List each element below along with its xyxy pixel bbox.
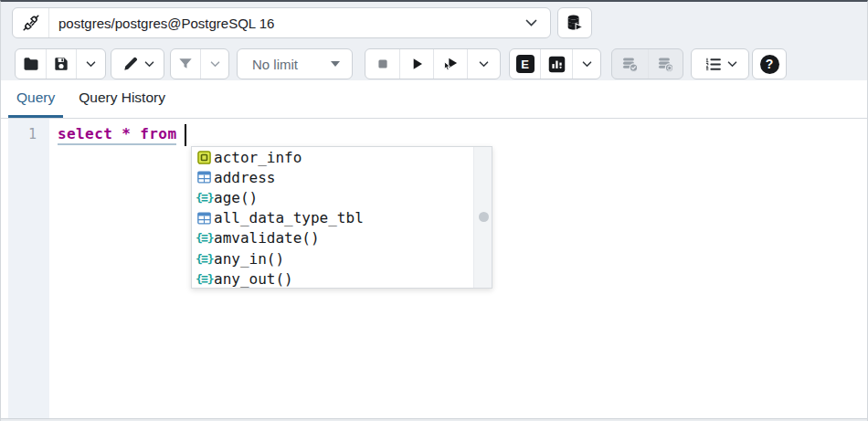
editor-tabs: Query Query History: [1, 80, 867, 119]
commit-button[interactable]: [612, 49, 648, 79]
function-icon: [196, 191, 212, 205]
numbered-list-icon: [704, 55, 723, 74]
edit-menu-button[interactable]: [111, 49, 164, 79]
table-icon: [196, 171, 212, 184]
autocomplete-item[interactable]: any_in(): [192, 248, 473, 268]
popup-scrollbar-thumb[interactable]: [479, 212, 489, 222]
stop-button[interactable]: [365, 49, 399, 79]
folder-icon: [22, 55, 40, 73]
help-icon: ?: [760, 55, 779, 74]
sql-code-text: select * from: [58, 125, 176, 145]
text-cursor: [185, 124, 186, 146]
play-icon: [408, 55, 426, 73]
save-button[interactable]: [46, 49, 76, 79]
autocomplete-item[interactable]: address: [192, 167, 473, 187]
chevron-down-icon: [727, 61, 737, 68]
stop-icon: [374, 55, 392, 73]
autocomplete-item[interactable]: age(): [192, 187, 473, 207]
popup-scrollbar[interactable]: [473, 147, 492, 288]
play-cursor-icon: [441, 55, 460, 73]
line-number-gutter: 1: [8, 119, 49, 418]
save-options-button[interactable]: [76, 49, 105, 79]
filter-button[interactable]: [171, 49, 200, 79]
line-number: 1: [28, 126, 37, 142]
explain-icon: E: [516, 55, 535, 73]
macros-button[interactable]: [692, 49, 748, 79]
row-limit-value: No limit: [238, 57, 331, 72]
explain-options-button[interactable]: [572, 49, 600, 79]
filter-options-button[interactable]: [200, 49, 228, 79]
autocomplete-item[interactable]: amvalidate(): [192, 228, 473, 248]
autocomplete-item[interactable]: all_data_type_tbl: [192, 208, 473, 228]
function-icon: [196, 252, 212, 266]
chevron-down-icon: [144, 61, 154, 68]
chevron-down-icon: [210, 61, 220, 68]
explain-button[interactable]: E: [510, 49, 540, 79]
filter-icon: [176, 55, 195, 73]
database-arrow-icon: [565, 13, 585, 33]
help-button[interactable]: ?: [753, 49, 786, 79]
sql-editor[interactable]: 1 select * from actor_info: [1, 119, 867, 418]
caret-down-icon: [331, 61, 340, 67]
autocomplete-popup: actor_info address age(): [191, 146, 492, 289]
explain-analyze-button[interactable]: [540, 49, 572, 79]
autocomplete-list: actor_info address age(): [192, 147, 473, 288]
row-limit-select[interactable]: No limit: [237, 48, 353, 79]
view-icon: [196, 151, 212, 164]
connection-label: postgres/postgres@PostgreSQL 16: [49, 16, 513, 31]
query-tool-header: postgres/postgres@PostgreSQL 16: [1, 2, 867, 80]
save-icon: [52, 55, 70, 73]
execute-script-button[interactable]: [433, 49, 467, 79]
query-tool-window: postgres/postgres@PostgreSQL 16: [0, 0, 868, 421]
table-icon: [196, 211, 212, 225]
magic-pen-icon: [122, 55, 140, 73]
function-icon: [196, 231, 212, 245]
chevron-down-icon: [86, 61, 96, 68]
tab-query[interactable]: Query: [8, 80, 63, 118]
execute-options-button[interactable]: [467, 49, 500, 79]
autocomplete-item[interactable]: any_out(): [192, 268, 473, 289]
rollback-button[interactable]: [648, 49, 683, 79]
open-file-button[interactable]: [16, 49, 46, 79]
chevron-down-icon: [582, 61, 592, 68]
bar-chart-icon: [547, 55, 566, 74]
plug-disconnected-icon: [13, 8, 49, 37]
tab-query-history[interactable]: Query History: [70, 80, 174, 118]
code-line[interactable]: select * from: [58, 124, 186, 146]
function-icon: [196, 272, 212, 286]
connection-select[interactable]: postgres/postgres@PostgreSQL 16: [12, 7, 551, 38]
execute-button[interactable]: [399, 49, 433, 79]
chevron-down-icon: [513, 19, 550, 26]
autocomplete-item[interactable]: actor_info: [192, 147, 473, 167]
database-commit-icon: [620, 55, 640, 74]
chevron-down-icon: [479, 61, 489, 68]
new-connection-button[interactable]: [557, 7, 592, 38]
database-rollback-icon: [656, 55, 675, 74]
